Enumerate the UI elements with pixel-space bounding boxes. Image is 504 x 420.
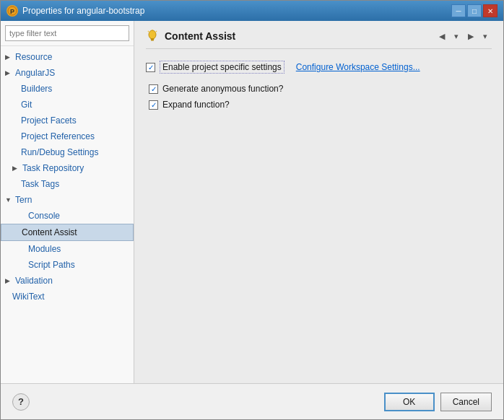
collapse-arrow: ▶ [5, 66, 12, 79]
svg-text:P: P [10, 8, 14, 15]
sidebar-item-project-references[interactable]: Project References [1, 128, 134, 144]
sidebar-item-label: AngularJS [15, 66, 55, 79]
enable-project-label: Enable project specific settings [160, 61, 284, 74]
sidebar-item-run-debug[interactable]: Run/Debug Settings [1, 144, 134, 160]
properties-window: P Properties for angular-bootstrap ─ □ ✕… [0, 0, 504, 420]
maximize-button[interactable]: □ [467, 4, 482, 17]
sidebar-item-angularjs[interactable]: ▶ AngularJS [1, 65, 134, 81]
sidebar-item-builders[interactable]: Builders [1, 81, 134, 97]
main-area: ▶ Resource ▶ AngularJS Builders Git [1, 21, 503, 383]
sidebar-item-label: Run/Debug Settings [21, 147, 98, 157]
sidebar-item-label: Project Facets [21, 115, 77, 126]
sidebar-item-label: Validation [15, 274, 53, 287]
content-assist-icon [146, 30, 159, 43]
sidebar-item-label: Builders [21, 84, 52, 94]
sidebar-item-label: Tern [15, 193, 32, 206]
option-expand-function-row: Expand function? [146, 100, 492, 110]
content-panel-title: Content Assist [165, 30, 235, 42]
sidebar-item-label: Script Paths [28, 260, 75, 270]
sidebar-item-console[interactable]: Console [1, 208, 134, 224]
option-generate-anonymous-row: Generate anonymous function? [146, 84, 492, 94]
window-controls: ─ □ ✕ [451, 4, 498, 17]
sidebar-item-label: Project References [21, 131, 95, 141]
sidebar-item-modules[interactable]: Modules [1, 241, 134, 257]
content-header: Content Assist ◀ ▾ ▶ ▾ [146, 30, 492, 49]
sidebar-item-git[interactable]: Git [1, 97, 134, 113]
sidebar: ▶ Resource ▶ AngularJS Builders Git [1, 21, 134, 383]
enable-settings-row: Enable project specific settings Configu… [146, 61, 492, 74]
window-icon: P [6, 5, 18, 17]
enable-checkbox-wrap: Enable project specific settings [146, 61, 284, 74]
nav-forward-dropdown[interactable]: ▾ [479, 30, 492, 43]
collapse-arrow: ▶ [5, 274, 12, 287]
generate-anonymous-label: Generate anonymous function? [162, 84, 283, 94]
svg-rect-3 [151, 38, 155, 40]
sidebar-item-label: Resource [15, 51, 52, 64]
nav-back-dropdown[interactable]: ▾ [450, 30, 463, 43]
nav-forward-button[interactable]: ▶ [464, 30, 477, 43]
collapse-arrow: ▶ [5, 51, 12, 64]
cancel-button[interactable]: Cancel [440, 393, 492, 411]
svg-rect-4 [151, 40, 154, 41]
expand-function-label: Expand function? [162, 100, 230, 110]
sidebar-item-label: Content Assist [22, 227, 77, 237]
svg-line-6 [156, 31, 157, 32]
content-panel: Content Assist ◀ ▾ ▶ ▾ Enable project sp… [134, 21, 503, 383]
configure-workspace-link[interactable]: Configure Workspace Settings... [296, 62, 420, 72]
filter-wrap [1, 21, 134, 46]
svg-line-7 [148, 31, 149, 32]
sidebar-item-task-repository[interactable]: ▶ Task Repository [1, 160, 134, 176]
svg-point-2 [149, 30, 156, 39]
ok-button[interactable]: OK [384, 393, 435, 411]
sidebar-item-label: Console [28, 211, 60, 221]
sidebar-item-label: Task Repository [22, 162, 84, 175]
sidebar-item-project-facets[interactable]: Project Facets [1, 113, 134, 128]
sidebar-item-resource[interactable]: ▶ Resource [1, 49, 134, 65]
nav-back-button[interactable]: ◀ [435, 30, 448, 43]
tree-list: ▶ Resource ▶ AngularJS Builders Git [1, 46, 134, 383]
help-button[interactable]: ? [12, 393, 30, 411]
bottom-bar: ? OK Cancel [1, 383, 503, 419]
collapse-arrow: ▼ [5, 193, 12, 206]
sidebar-item-label: Task Tags [21, 179, 59, 189]
enable-project-checkbox[interactable] [146, 63, 155, 72]
title-bar: P Properties for angular-bootstrap ─ □ ✕ [1, 1, 503, 21]
close-button[interactable]: ✕ [483, 4, 498, 17]
sidebar-item-tern[interactable]: ▼ Tern [1, 192, 134, 208]
header-nav: ◀ ▾ ▶ ▾ [435, 30, 492, 43]
filter-input[interactable] [5, 25, 129, 41]
sidebar-item-task-tags[interactable]: Task Tags [1, 176, 134, 192]
window-title: Properties for angular-bootstrap [22, 6, 447, 16]
expand-function-checkbox[interactable] [149, 100, 158, 110]
minimize-button[interactable]: ─ [451, 4, 466, 17]
collapse-arrow: ▶ [12, 162, 19, 175]
sidebar-item-content-assist[interactable]: Content Assist [1, 224, 134, 241]
generate-anonymous-checkbox[interactable] [149, 84, 158, 94]
sidebar-item-label: Modules [28, 244, 61, 254]
sidebar-item-label: Git [21, 100, 32, 110]
sidebar-item-wikitext[interactable]: WikiText [1, 289, 134, 305]
sidebar-item-label: WikiText [12, 292, 45, 302]
sidebar-item-validation[interactable]: ▶ Validation [1, 273, 134, 289]
sidebar-item-script-paths[interactable]: Script Paths [1, 257, 134, 273]
